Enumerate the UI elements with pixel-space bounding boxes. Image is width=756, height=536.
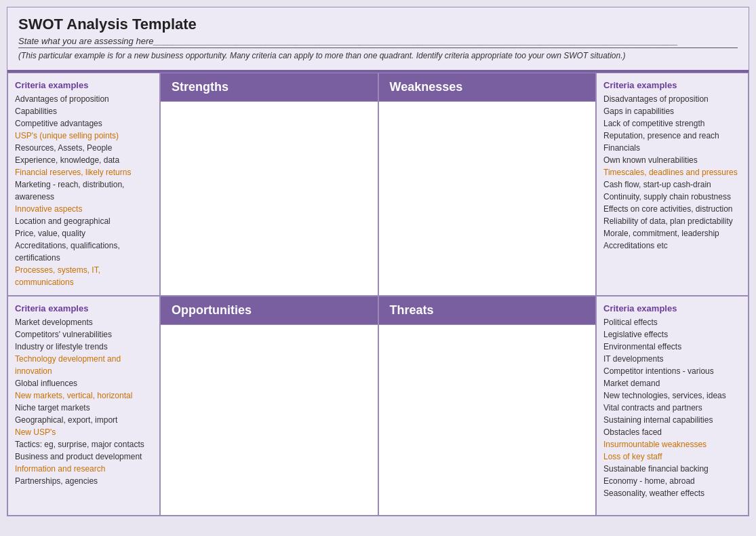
list-item: Obstacles faced [603,426,741,438]
list-item: Loss of key staff [603,451,741,463]
list-item: Business and product development [15,451,153,463]
list-item: Morale, commitment, leadership [603,227,741,240]
opportunities-header: Opportunities [161,296,378,325]
threats-quadrant: Threats [378,296,597,516]
page-title: SWOT Analysis Template [18,16,738,33]
header-note: (This particular example is for a new bu… [18,51,738,60]
list-item: Economy - home, abroad [603,475,741,487]
threats-body[interactable] [379,325,596,515]
criteria-bottom-right-header: Criteria examples [603,303,741,313]
list-item: IT developments [603,353,741,365]
list-item: Global influences [15,377,153,389]
list-item: Gaps in capabilities [603,105,741,117]
list-item: Effects on core activities, distruction [603,203,741,215]
list-item: Legislative effects [603,328,741,341]
swot-grid: Criteria examples Advantages of proposit… [7,71,749,516]
list-item: Competitors' vulnerabilities [15,328,153,341]
list-item: Partnerships, agencies [15,475,153,487]
list-item: Accreditations, qualifications, certific… [15,240,153,264]
weaknesses-header: Weaknesses [379,73,596,102]
list-item: Competitor intentions - various [603,365,741,377]
criteria-top-left-items: Advantages of propositionCapabilitiesCom… [15,93,153,288]
strengths-header: Strengths [161,73,378,102]
list-item: Innovative aspects [15,203,153,215]
list-item: Geographical, export, import [15,414,153,426]
list-item: Experience, knowledge, data [15,154,153,166]
list-item: Market demand [603,377,741,389]
list-item: Sustainable financial backing [603,463,741,475]
opportunities-quadrant: Opportunities [160,296,378,516]
list-item: Capabilities [15,105,153,117]
list-item: Reputation, presence and reach [603,130,741,142]
criteria-bottom-right: Criteria examples Political effectsLegis… [596,296,749,516]
list-item: New markets, vertical, horizontal [15,389,153,402]
list-item: USP's (unique selling points) [15,130,153,142]
list-item: Market developments [15,316,153,328]
swot-container: SWOT Analysis Template State what you ar… [7,7,749,516]
list-item: Price, value, quality [15,227,153,240]
list-item: New technologies, services, ideas [603,389,741,402]
criteria-bottom-left-items: Market developmentsCompetitors' vulnerab… [15,316,153,487]
list-item: Industry or lifestyle trends [15,341,153,353]
list-item: Timescales, deadlines and pressures [603,166,741,178]
list-item: Competitive advantages [15,117,153,130]
criteria-bottom-left: Criteria examples Market developmentsCom… [7,296,160,516]
list-item: Continuity, supply chain robustness [603,191,741,203]
weaknesses-quadrant: Weaknesses [378,73,597,296]
criteria-top-right-header: Criteria examples [603,80,741,90]
list-item: Environmental effects [603,341,741,353]
list-item: Niche target markets [15,402,153,414]
list-item: Financials [603,142,741,154]
list-item: Insurmountable weaknesses [603,438,741,451]
list-item: Technology development and innovation [15,353,153,377]
list-item: Advantages of proposition [15,93,153,105]
criteria-bottom-right-items: Political effectsLegislative effectsEnvi… [603,316,741,499]
list-item: Own known vulnerabilities [603,154,741,166]
header-subtitle: State what you are assessing here_______… [18,36,738,48]
list-item: Accreditations etc [603,240,741,252]
list-item: Processes, systems, IT, communications [15,264,153,288]
criteria-top-left: Criteria examples Advantages of proposit… [7,73,160,296]
opportunities-body[interactable] [161,325,378,515]
list-item: Tactics: eg, surprise, major contacts [15,438,153,451]
list-item: Marketing - reach, distribution, awarene… [15,178,153,203]
list-item: Disadvantages of proposition [603,93,741,105]
strengths-quadrant: Strengths [160,73,378,296]
criteria-top-right-items: Disadvantages of propositionGaps in capa… [603,93,741,252]
threats-header: Threats [379,296,596,325]
list-item: Information and research [15,463,153,475]
criteria-top-right: Criteria examples Disadvantages of propo… [596,73,749,296]
list-item: Sustaining internal capabilities [603,414,741,426]
list-item: Lack of competitive strength [603,117,741,130]
list-item: Vital contracts and partners [603,402,741,414]
list-item: Political effects [603,316,741,328]
criteria-top-left-header: Criteria examples [15,80,153,90]
list-item: Financial reserves, likely returns [15,166,153,178]
criteria-bottom-left-header: Criteria examples [15,303,153,313]
header-section: SWOT Analysis Template State what you ar… [7,7,749,71]
list-item: Cash flow, start-up cash-drain [603,178,741,191]
strengths-body[interactable] [161,102,378,295]
list-item: Resources, Assets, People [15,142,153,154]
list-item: New USP's [15,426,153,438]
weaknesses-body[interactable] [379,102,596,295]
list-item: Location and geographical [15,215,153,227]
list-item: Seasonality, weather effects [603,487,741,499]
list-item: Reliability of data, plan predictability [603,215,741,227]
